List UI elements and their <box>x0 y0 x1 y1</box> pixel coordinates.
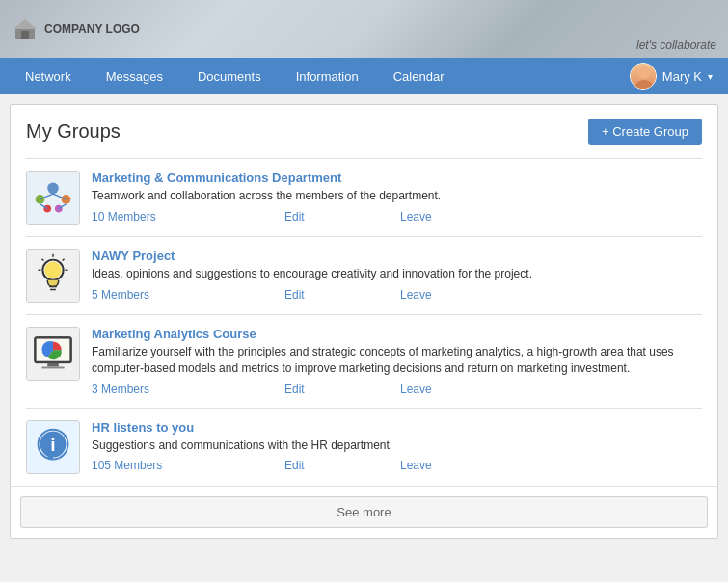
group-icon-g3 <box>26 327 80 381</box>
group-icon-g1 <box>26 171 80 225</box>
group-members-g1: 10 Members <box>92 210 284 224</box>
header-banner: COMPANY LOGO let's collaborate <box>0 0 728 58</box>
group-edit-g3[interactable]: Edit <box>284 383 400 396</box>
list-item: Marketing & Communications Department Te… <box>26 158 702 236</box>
avatar <box>630 63 657 90</box>
group-members-g3: 3 Members <box>92 383 284 396</box>
group-leave-g1[interactable]: Leave <box>400 210 432 224</box>
nav-documents[interactable]: Documents <box>180 58 279 94</box>
svg-point-7 <box>36 195 45 204</box>
group-members-g4: 105 Members <box>92 459 284 472</box>
svg-rect-2 <box>21 31 29 39</box>
svg-point-12 <box>55 205 63 213</box>
page-title: My Groups <box>26 120 121 143</box>
group-meta-g3: 3 Members Edit Leave <box>92 383 702 396</box>
group-body-g2: NAWY Project Ideas, opinions and suggest… <box>92 249 702 302</box>
group-body-g1: Marketing & Communications Department Te… <box>92 171 702 224</box>
list-item: Marketing Analytics Course Familiarize y… <box>26 314 702 408</box>
user-area[interactable]: Mary K ▾ <box>622 63 720 90</box>
nav-information[interactable]: Information <box>279 58 376 94</box>
company-logo: COMPANY LOGO <box>12 15 140 42</box>
company-logo-text: COMPANY LOGO <box>44 22 140 36</box>
group-name-g4: HR listens to you <box>92 420 702 435</box>
group-meta-g4: 105 Members Edit Leave <box>92 459 702 472</box>
group-leave-g4[interactable]: Leave <box>400 459 432 472</box>
page-header: My Groups + Create Group <box>26 119 702 145</box>
nav-items: Network Messages Documents Information C… <box>8 58 622 94</box>
lets-collaborate-text: let's collaborate <box>636 39 716 52</box>
svg-rect-5 <box>27 172 79 224</box>
group-desc-g2: Ideas, opinions and suggestions to encou… <box>92 266 702 282</box>
group-meta-g1: 10 Members Edit Leave <box>92 210 702 224</box>
svg-rect-29 <box>47 363 59 367</box>
avatar-face <box>631 64 656 89</box>
main-content: My Groups + Create Group Marketing & Com… <box>10 104 718 539</box>
user-dropdown-chevron: ▾ <box>708 71 713 82</box>
group-icon-g2 <box>26 249 80 303</box>
see-more-wrapper: See more <box>11 486 717 538</box>
group-leave-g3[interactable]: Leave <box>400 383 432 396</box>
group-body-g3: Marketing Analytics Course Familiarize y… <box>92 327 702 396</box>
svg-point-4 <box>635 80 653 90</box>
svg-rect-30 <box>41 367 64 369</box>
group-edit-g4[interactable]: Edit <box>284 459 400 472</box>
svg-point-11 <box>43 205 51 213</box>
svg-point-8 <box>62 195 71 204</box>
nav-calendar[interactable]: Calendar <box>376 58 462 94</box>
create-group-button[interactable]: + Create Group <box>588 119 702 145</box>
group-meta-g2: 5 Members Edit Leave <box>92 288 702 302</box>
group-name-g3: Marketing Analytics Course <box>92 327 702 341</box>
navbar: Network Messages Documents Information C… <box>0 58 728 94</box>
user-name: Mary K <box>662 69 702 84</box>
group-body-g4: HR listens to you Suggestions and commun… <box>92 420 702 473</box>
see-more-button[interactable]: See more <box>20 496 708 528</box>
group-name-g1: Marketing & Communications Department <box>92 171 702 185</box>
group-members-g2: 5 Members <box>92 288 284 302</box>
group-desc-g3: Familiarize yourself with the principles… <box>92 344 702 377</box>
nav-messages[interactable]: Messages <box>89 58 180 94</box>
svg-text:i: i <box>50 434 55 454</box>
list-item: NAWY Project Ideas, opinions and suggest… <box>26 236 702 314</box>
logo-icon <box>12 15 39 42</box>
group-leave-g2[interactable]: Leave <box>400 288 432 302</box>
nav-network[interactable]: Network <box>8 58 89 94</box>
svg-point-3 <box>638 67 650 79</box>
group-desc-g4: Suggestions and communications with the … <box>92 437 702 454</box>
svg-marker-1 <box>13 19 37 29</box>
group-icon-g4: i <box>26 420 80 474</box>
svg-point-6 <box>47 183 59 195</box>
group-name-g2: NAWY Project <box>92 249 702 263</box>
svg-point-19 <box>44 262 61 278</box>
list-item: i HR listens to you Suggestions and comm… <box>26 408 702 486</box>
group-edit-g1[interactable]: Edit <box>284 210 400 224</box>
group-edit-g2[interactable]: Edit <box>284 288 400 302</box>
group-desc-g1: Teamwork and collaboration across the me… <box>92 188 702 204</box>
